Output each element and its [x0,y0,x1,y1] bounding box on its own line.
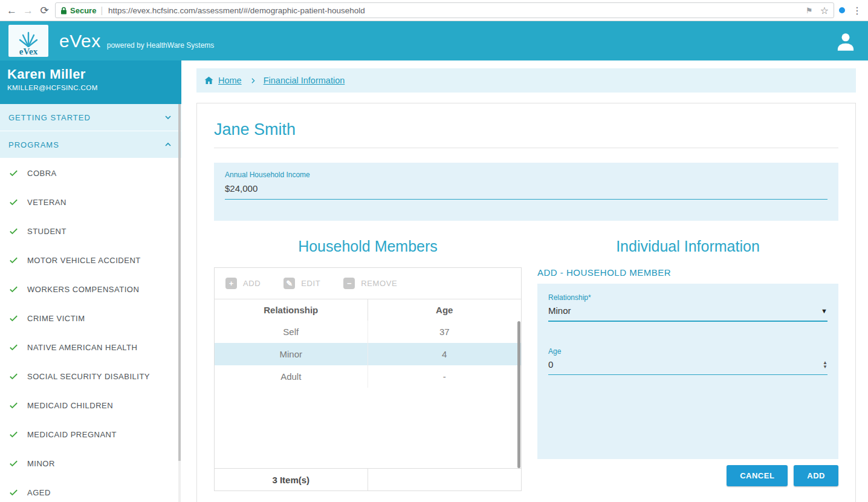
table-row[interactable]: Self 37 [215,321,521,343]
user-account-icon[interactable] [834,31,857,51]
check-icon [8,313,19,324]
table-row-selected[interactable]: Minor 4 [215,343,521,365]
sidebar-item-workers-compensation[interactable]: WORKERS COMPENSATION [0,275,181,304]
sidebar-scrollbar-thumb[interactable] [178,104,181,461]
back-icon[interactable]: ← [4,1,20,21]
table-scrollbar-thumb[interactable] [517,321,520,468]
sidebar-item-veteran[interactable]: VETERAN [0,187,181,217]
dropdown-caret-icon[interactable]: ▼ [821,307,828,315]
check-icon [8,168,19,178]
check-icon [8,255,19,266]
minus-icon: − [343,278,355,289]
main-content: Home Financial Information Jane Smith An… [181,60,868,502]
check-icon [8,487,19,498]
check-icon [8,458,19,469]
sidebar-item-label: COBRA [27,169,57,178]
age-input[interactable]: 0 ▲ ▼ [548,359,828,375]
section-label: PROGRAMS [8,140,59,149]
income-panel: Annual Household Income $24,000 [214,163,838,221]
address-bar[interactable]: Secure | https://evex.hcfsinc.com/assess… [55,2,834,18]
logo-text: eVex [19,47,37,56]
assessment-card: Jane Smith Annual Household Income $24,0… [196,103,856,502]
sidebar-item-medicaid-children[interactable]: MEDICAID CHILDREN [0,391,181,420]
powered-by-text: powered by HealthWare Systems [107,41,215,50]
brand-title: eVex [59,31,101,51]
home-icon[interactable] [204,76,214,85]
breadcrumb-home-link[interactable]: Home [218,76,242,85]
chevron-down-icon [163,112,173,122]
household-members-table: + ADD ✎ EDIT − REMOVE Relation [214,267,522,491]
section-label: GETTING STARTED [8,113,91,122]
address-separator: | [100,5,103,15]
browser-menu-icon[interactable]: ⋮ [852,5,862,16]
browser-profile-icon[interactable] [839,7,845,13]
household-members-section: Household Members + ADD ✎ EDIT − [214,238,522,491]
household-members-title: Household Members [214,238,522,255]
forward-icon[interactable]: → [20,1,36,21]
cancel-button[interactable]: CANCEL [727,465,788,486]
sidebar-item-native-american-health[interactable]: NATIVE AMERICAN HEALTH [0,333,181,362]
add-member-form: Relationship* Minor ▼ Age 0 ▲ ▼ [537,284,838,459]
user-name: Karen Miller [7,67,181,82]
number-stepper-icon[interactable]: ▲ ▼ [823,360,828,369]
breadcrumb-current-link[interactable]: Financial Information [264,76,345,85]
divider [214,148,838,148]
sidebar-item-crime-victim[interactable]: CRIME VICTIM [0,304,181,333]
check-icon [8,226,19,236]
age-field: Age 0 ▲ ▼ [548,347,828,375]
evex-logo: eVex [8,25,48,57]
table-header-row: Relationship Age [215,299,521,321]
income-input[interactable]: $24,000 [225,183,828,200]
table-row[interactable]: Adult - [215,365,521,388]
item-count: 3 Item(s) [215,469,368,491]
remove-member-button[interactable]: − REMOVE [343,278,397,289]
sidebar-item-student[interactable]: STUDENT [0,217,181,246]
sidebar-item-cobra[interactable]: COBRA [0,158,181,187]
check-icon [8,284,19,295]
bookmark-star-icon[interactable]: ☆ [820,5,829,16]
sidebar-item-label: MEDICAID PREGNANT [27,430,117,439]
check-icon [8,342,19,353]
chevron-right-icon [249,77,257,85]
age-label: Age [548,347,828,356]
sidebar-section-getting-started[interactable]: GETTING STARTED [0,104,181,131]
add-button[interactable]: ADD [794,465,838,486]
relationship-select[interactable]: Minor ▼ [548,305,828,322]
sidebar-item-social-security-disability[interactable]: SOCIAL SECURITY DISABILITY [0,362,181,391]
sidebar-item-label: WORKERS COMPENSATION [27,285,139,294]
user-email: KMILLER@HCFSINC.COM [7,84,181,91]
url-text[interactable]: https://evex.hcfsinc.com/assessment/#/de… [108,6,801,15]
table-body: Self 37 Minor 4 Adult - [215,321,521,468]
breadcrumb: Home Financial Information [196,68,856,93]
sidebar-item-minor[interactable]: MINOR [0,449,181,478]
pencil-icon: ✎ [283,278,295,289]
check-icon [8,400,19,411]
sidebar-user-block: Karen Miller KMILLER@HCFSINC.COM [0,60,181,104]
sidebar-item-label: NATIVE AMERICAN HEALTH [27,343,137,352]
add-household-member-subtitle: ADD - HOUSEHOLD MEMBER [537,267,838,278]
sidebar-section-programs[interactable]: PROGRAMS [0,131,181,158]
refresh-icon[interactable]: ⟳ [36,1,53,21]
plus-icon: + [225,278,237,289]
sidebar-item-medicaid-pregnant[interactable]: MEDICAID PREGNANT [0,420,181,449]
sidebar-item-label: MEDICAID CHILDREN [27,401,113,410]
sidebar-item-aged[interactable]: AGED [0,478,181,502]
sidebar-item-label: SOCIAL SECURITY DISABILITY [27,372,150,381]
sidebar-item-label: AGED [27,488,51,497]
individual-information-title: Individual Information [537,238,838,255]
sidebar-item-label: CRIME VICTIM [27,314,85,323]
relationship-field: Relationship* Minor ▼ [548,293,828,322]
sidebar: Karen Miller KMILLER@HCFSINC.COM GETTING… [0,60,181,502]
relationship-label: Relationship* [548,293,828,302]
add-member-button[interactable]: + ADD [225,278,261,289]
edit-member-button[interactable]: ✎ EDIT [283,278,320,289]
browser-toolbar: ← → ⟳ Secure | https://evex.hcfsinc.com/… [0,0,868,21]
logo-plant-icon [18,29,39,47]
check-icon [8,429,19,440]
sidebar-item-motor-vehicle-accident[interactable]: MOTOR VEHICLE ACCIDENT [0,246,181,275]
page-action-icon[interactable]: ⚑ [806,6,813,15]
secure-label: Secure [70,6,96,15]
individual-information-section: Individual Information ADD - HOUSEHOLD M… [537,238,838,491]
column-header-age: Age [368,299,522,321]
table-toolbar: + ADD ✎ EDIT − REMOVE [215,268,521,299]
